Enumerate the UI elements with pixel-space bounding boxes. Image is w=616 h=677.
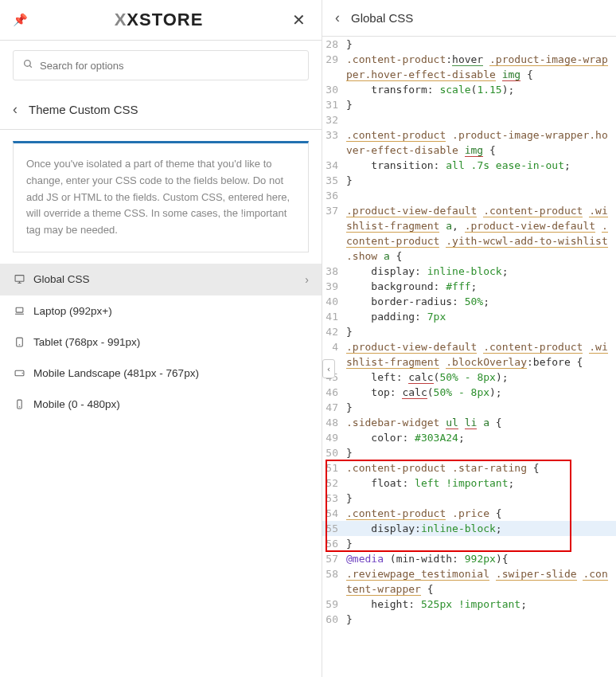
code-content[interactable] [346,188,616,203]
code-line[interactable]: 41 padding: 7px [322,309,616,324]
code-line[interactable]: 45 left: calc(50% - 8px); [322,370,616,385]
code-content[interactable]: background: #fff; [346,279,616,294]
svg-point-0 [25,61,31,67]
code-content[interactable]: } [346,324,616,339]
code-line[interactable]: 36 [322,188,616,203]
code-content[interactable]: } [346,400,616,415]
menu-item-tablet-768px-991px[interactable]: Tablet (768px - 991px) [0,327,322,358]
code-line[interactable]: 28} [322,37,616,52]
code-content[interactable]: @media (min-width: 992px){ [346,551,616,566]
code-content[interactable]: } [346,97,616,112]
right-panel: ‹ Global CSS ‹ 28}29.content-product:hov… [322,0,616,677]
code-content[interactable]: display: inline-block; [346,264,616,279]
code-line[interactable]: 52 float: left !important; [322,475,616,491]
back-icon[interactable]: ‹ [13,101,18,118]
code-line[interactable]: 50} [322,445,616,460]
code-line[interactable]: 46 top: calc(50% - 8px); [322,385,616,400]
code-content[interactable]: .content-product:hover .product-image-wr… [346,52,616,82]
menu-item-label: Global CSS [33,273,90,285]
code-line[interactable]: 54.content-product .price { [322,506,616,521]
line-number: 60 [322,612,346,627]
menu: Global CSS›Laptop (992px+)Tablet (768px … [0,264,322,420]
logo: XXSTORE [29,10,289,30]
code-content[interactable]: .sidebar-widget ul li a { [346,415,616,430]
line-number: 48 [322,415,346,430]
code-line[interactable]: 39 background: #fff; [322,279,616,294]
code-line[interactable]: 51.content-product .star-rating { [322,460,616,475]
svg-rect-5 [16,307,23,312]
code-line[interactable]: 55 display:inline-block; [322,521,616,536]
code-line[interactable]: 60} [322,612,616,627]
code-content[interactable]: .product-view-default .content-product .… [346,339,616,370]
code-line[interactable]: 58.reviewpage_testimonial .swiper-slide … [322,566,616,597]
code-content[interactable]: .reviewpage_testimonial .swiper-slide .c… [346,566,616,597]
line-number: 47 [322,400,346,415]
code-line[interactable]: 35} [322,173,616,188]
right-title: Global CSS [351,11,413,25]
search-box[interactable] [13,50,309,80]
line-number: 54 [322,506,346,521]
collapse-toggle-icon[interactable]: ‹ [322,359,335,378]
menu-item-mobile-0-480px[interactable]: Mobile (0 - 480px) [0,389,322,420]
line-number: 30 [322,82,346,97]
code-content[interactable]: .content-product .star-rating { [346,460,616,475]
code-line[interactable]: 29.content-product:hover .product-image-… [322,52,616,82]
code-content[interactable]: .content-product .product-image-wrapper.… [346,127,616,158]
code-line[interactable]: 40 border-radius: 50%; [322,294,616,309]
code-content[interactable]: top: calc(50% - 8px); [346,385,616,400]
svg-point-9 [22,373,23,374]
code-line[interactable]: 37.product-view-default .content-product… [322,203,616,264]
code-content[interactable]: display:inline-block; [346,521,616,536]
code-line[interactable]: 47} [322,400,616,415]
search-input[interactable] [40,60,298,72]
mobile-l-icon [13,368,25,378]
code-line[interactable]: 49 color: #303A24; [322,430,616,445]
code-line[interactable]: 59 height: 525px !important; [322,597,616,612]
line-number: 52 [322,475,346,491]
code-content[interactable]: } [346,612,616,627]
code-line[interactable]: 48.sidebar-widget ul li a { [322,415,616,430]
code-content[interactable]: height: 525px !important; [346,597,616,612]
code-content[interactable] [346,112,616,127]
code-content[interactable]: left: calc(50% - 8px); [346,370,616,385]
code-content[interactable]: transform: scale(1.15); [346,82,616,97]
line-number: 51 [322,460,346,475]
code-content[interactable]: } [346,491,616,506]
code-line[interactable]: 30 transform: scale(1.15); [322,82,616,97]
code-content[interactable]: .product-view-default .content-product .… [346,203,616,264]
code-line[interactable]: 31} [322,97,616,112]
right-header: ‹ Global CSS [322,0,616,37]
code-line[interactable]: 56} [322,536,616,551]
code-content[interactable]: .content-product .price { [346,506,616,521]
pin-icon[interactable]: 📌 [13,13,29,27]
code-line[interactable]: 57@media (min-width: 992px){ [322,551,616,566]
right-back-icon[interactable]: ‹ [335,10,340,26]
line-number: 56 [322,536,346,551]
menu-item-laptop-992px[interactable]: Laptop (992px+) [0,295,322,327]
laptop-icon [13,306,25,316]
code-line[interactable]: 33.content-product .product-image-wrappe… [322,127,616,158]
code-content[interactable]: } [346,173,616,188]
code-line[interactable]: 42} [322,324,616,339]
code-content[interactable]: border-radius: 50%; [346,294,616,309]
menu-item-mobile-landscape-481px-767px[interactable]: Mobile Landscape (481px - 767px) [0,358,322,389]
code-content[interactable]: padding: 7px [346,309,616,324]
code-content[interactable]: float: left !important; [346,475,616,491]
code-line[interactable]: 34 transition: all .7s ease-in-out; [322,158,616,173]
code-content[interactable]: } [346,37,616,52]
code-editor[interactable]: ‹ 28}29.content-product:hover .product-i… [322,37,616,677]
code-line[interactable]: 4.product-view-default .content-product … [322,339,616,370]
code-content[interactable]: transition: all .7s ease-in-out; [346,158,616,173]
code-line[interactable]: 53} [322,491,616,506]
line-number: 42 [322,324,346,339]
code-content[interactable]: color: #303A24; [346,430,616,445]
menu-item-global-css[interactable]: Global CSS› [0,264,322,295]
code-content[interactable]: } [346,445,616,460]
svg-rect-2 [15,276,24,282]
code-line[interactable]: 32 [322,112,616,127]
code-content[interactable]: } [346,536,616,551]
line-number: 59 [322,597,346,612]
close-icon[interactable]: ✕ [289,10,309,29]
code-line[interactable]: 38 display: inline-block; [322,264,616,279]
line-number: 32 [322,112,346,127]
